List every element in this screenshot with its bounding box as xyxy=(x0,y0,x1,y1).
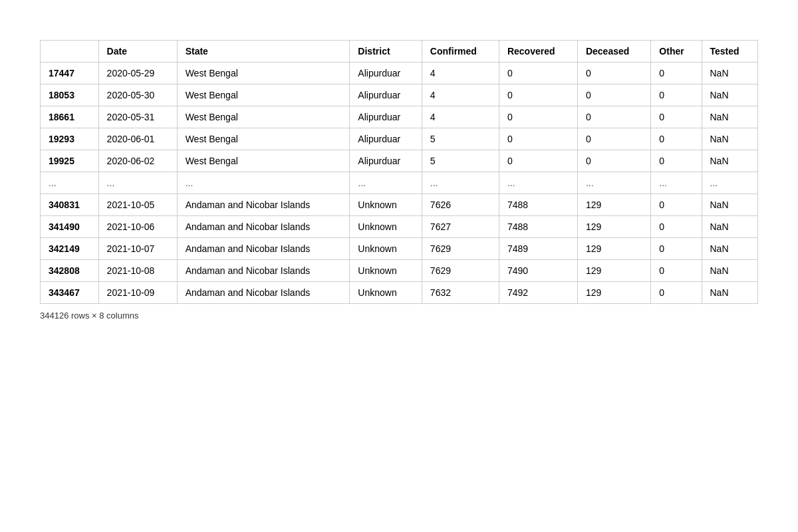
cell-deceased: 0 xyxy=(577,128,650,150)
table-row: 3408312021-10-05Andaman and Nicobar Isla… xyxy=(41,194,758,216)
cell-recovered: 7492 xyxy=(499,282,577,304)
cell-index: 17447 xyxy=(41,63,99,84)
data-table: Date State District Confirmed Recovered … xyxy=(40,40,758,304)
cell-tested: NaN xyxy=(702,282,758,304)
cell-date: 2020-06-01 xyxy=(98,128,177,150)
cell-other: 0 xyxy=(651,194,702,216)
col-header-deceased: Deceased xyxy=(577,41,650,63)
cell-tested: NaN xyxy=(702,238,758,260)
cell-confirmed: 4 xyxy=(422,106,499,128)
cell-date: 2021-10-09 xyxy=(98,282,177,304)
cell-date: 2021-10-05 xyxy=(98,194,177,216)
table-row: 180532020-05-30West BengalAlipurduar4000… xyxy=(41,84,758,106)
cell-other: 0 xyxy=(651,128,702,150)
cell-district: Unknown xyxy=(350,194,422,216)
cell-district: Alipurduar xyxy=(350,84,422,106)
table-header-row: Date State District Confirmed Recovered … xyxy=(41,41,758,63)
cell-index: 18053 xyxy=(41,84,99,106)
cell-confirmed: 7629 xyxy=(422,260,499,282)
cell-deceased: 129 xyxy=(577,216,650,238)
main-container: Date State District Confirmed Recovered … xyxy=(40,40,758,321)
cell-recovered: 7488 xyxy=(499,194,577,216)
cell-index: 342149 xyxy=(41,238,99,260)
table-row: 186612020-05-31West BengalAlipurduar4000… xyxy=(41,106,758,128)
cell-recovered: 0 xyxy=(499,128,577,150)
cell-index: 19925 xyxy=(41,150,99,172)
cell-district: ... xyxy=(350,172,422,194)
cell-other: 0 xyxy=(651,150,702,172)
table-row: 3434672021-10-09Andaman and Nicobar Isla… xyxy=(41,282,758,304)
cell-recovered: 0 xyxy=(499,63,577,84)
cell-confirmed: 7627 xyxy=(422,216,499,238)
cell-confirmed: ... xyxy=(422,172,499,194)
cell-confirmed: 5 xyxy=(422,128,499,150)
cell-state: Andaman and Nicobar Islands xyxy=(177,238,350,260)
cell-other: 0 xyxy=(651,216,702,238)
cell-tested: NaN xyxy=(702,106,758,128)
cell-tested: NaN xyxy=(702,260,758,282)
cell-tested: ... xyxy=(702,172,758,194)
table-row: 3414902021-10-06Andaman and Nicobar Isla… xyxy=(41,216,758,238)
cell-district: Unknown xyxy=(350,238,422,260)
cell-state: Andaman and Nicobar Islands xyxy=(177,194,350,216)
cell-deceased: 0 xyxy=(577,84,650,106)
cell-tested: NaN xyxy=(702,150,758,172)
col-header-other: Other xyxy=(651,41,702,63)
cell-district: Unknown xyxy=(350,216,422,238)
cell-recovered: 0 xyxy=(499,150,577,172)
table-row: 199252020-06-02West BengalAlipurduar5000… xyxy=(41,150,758,172)
cell-recovered: 7490 xyxy=(499,260,577,282)
cell-date: 2020-05-30 xyxy=(98,84,177,106)
col-header-recovered: Recovered xyxy=(499,41,577,63)
cell-state: West Bengal xyxy=(177,128,350,150)
cell-deceased: 0 xyxy=(577,150,650,172)
cell-recovered: ... xyxy=(499,172,577,194)
cell-date: 2020-05-31 xyxy=(98,106,177,128)
cell-index: 18661 xyxy=(41,106,99,128)
cell-tested: NaN xyxy=(702,216,758,238)
cell-other: 0 xyxy=(651,238,702,260)
col-header-state: State xyxy=(177,41,350,63)
cell-date: ... xyxy=(98,172,177,194)
cell-date: 2020-05-29 xyxy=(98,63,177,84)
col-header-confirmed: Confirmed xyxy=(422,41,499,63)
cell-district: Unknown xyxy=(350,260,422,282)
table-footer: 344126 rows × 8 columns xyxy=(40,311,758,321)
cell-index: ... xyxy=(41,172,99,194)
cell-date: 2020-06-02 xyxy=(98,150,177,172)
cell-confirmed: 4 xyxy=(422,63,499,84)
table-row: 3421492021-10-07Andaman and Nicobar Isla… xyxy=(41,238,758,260)
cell-deceased: 129 xyxy=(577,238,650,260)
cell-district: Alipurduar xyxy=(350,128,422,150)
cell-deceased: 0 xyxy=(577,63,650,84)
cell-date: 2021-10-07 xyxy=(98,238,177,260)
cell-district: Alipurduar xyxy=(350,106,422,128)
cell-index: 341490 xyxy=(41,216,99,238)
cell-tested: NaN xyxy=(702,63,758,84)
cell-other: 0 xyxy=(651,84,702,106)
cell-other: 0 xyxy=(651,282,702,304)
cell-index: 342808 xyxy=(41,260,99,282)
table-row: ........................... xyxy=(41,172,758,194)
cell-index: 340831 xyxy=(41,194,99,216)
cell-district: Alipurduar xyxy=(350,63,422,84)
cell-other: 0 xyxy=(651,106,702,128)
cell-recovered: 0 xyxy=(499,106,577,128)
cell-date: 2021-10-06 xyxy=(98,216,177,238)
cell-state: ... xyxy=(177,172,350,194)
table-row: 192932020-06-01West BengalAlipurduar5000… xyxy=(41,128,758,150)
cell-recovered: 7489 xyxy=(499,238,577,260)
cell-district: Alipurduar xyxy=(350,150,422,172)
cell-deceased: 0 xyxy=(577,106,650,128)
cell-index: 19293 xyxy=(41,128,99,150)
cell-other: 0 xyxy=(651,63,702,84)
cell-other: 0 xyxy=(651,260,702,282)
table-row: 3428082021-10-08Andaman and Nicobar Isla… xyxy=(41,260,758,282)
cell-deceased: 129 xyxy=(577,260,650,282)
col-header-index xyxy=(41,41,99,63)
cell-confirmed: 5 xyxy=(422,150,499,172)
cell-confirmed: 7632 xyxy=(422,282,499,304)
cell-recovered: 7488 xyxy=(499,216,577,238)
table-row: 174472020-05-29West BengalAlipurduar4000… xyxy=(41,63,758,84)
cell-tested: NaN xyxy=(702,128,758,150)
